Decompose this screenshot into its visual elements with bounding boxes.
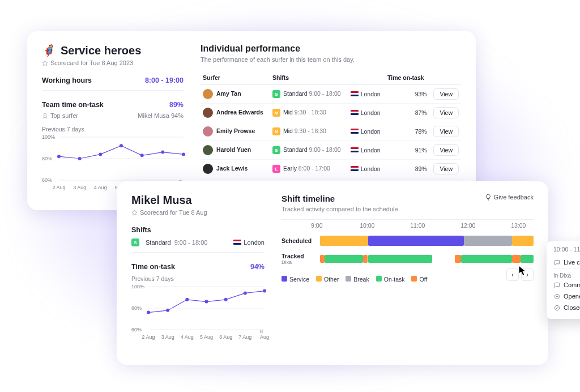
avatar [203,89,213,99]
shift-badge: S [131,238,139,246]
surfer-scorecard-card: Mikel Musa Scorecard for Tue 8 Aug Shift… [117,181,548,365]
avatar [203,108,213,118]
legend-item: On-task [376,276,405,283]
svg-point-16 [147,311,150,314]
svg-point-24 [555,305,559,310]
popover-stat-row: Closed 8 [553,302,580,313]
medal-icon [42,113,48,119]
prev7-label: Previous 7 days [42,126,184,133]
closed-icon [553,304,560,311]
legend-item: Service [282,276,309,283]
svg-marker-12 [132,210,137,215]
team-trend-chart: 100%80%60%2 Aug3 Aug4 Aug5 Aug6 Aug7 Aug… [42,137,184,188]
uk-flag-icon [351,147,359,152]
star-icon [131,210,138,216]
uk-flag-icon [351,110,359,115]
uk-flag-icon [351,166,359,171]
activity-popover: 10:00 - 11:17 Live chat ⚡ In Dixa ✓ On-t… [547,241,580,319]
comments-icon [553,282,560,288]
scorecard-date: Scorecard for Tue 8 Aug 2023 [42,59,184,66]
bulb-icon [485,194,492,201]
opened-icon [553,293,560,300]
popover-stat-row: Comments 24 [553,279,580,291]
working-hours-label: Working hours [42,76,92,84]
avatar [203,126,213,137]
scheduled-bar [320,236,534,246]
svg-marker-0 [42,60,48,65]
table-row[interactable]: Harold Yuen SStandard 9:00 - 18:00 Londo… [201,141,461,160]
svg-point-6 [78,157,82,160]
table-row[interactable]: Jack Lewis EEarly 8:00 - 17:00 London 89… [201,160,461,178]
hero-emoji: 🦸 [42,44,56,57]
svg-point-17 [166,309,169,312]
team-time-label: Team time on-task [42,101,104,109]
shift-badge: S [272,90,280,98]
popover-time-range: 10:00 - 11:17 [553,246,580,253]
time-on-task-label: Time on-task [131,263,175,271]
team-time-value: 89% [169,101,184,109]
table-row[interactable]: Emily Prowse MMid 9:30 - 18:30 London 78… [201,122,461,141]
svg-point-21 [244,291,247,295]
top-surfer-value: Mikel Musa 94% [138,112,184,119]
star-icon [42,60,48,66]
surfer-scorecard-date: Scorecard for Tue 8 Aug [131,209,265,216]
svg-point-18 [185,298,189,301]
chat-icon [553,259,560,266]
uk-flag-icon [351,91,359,96]
working-hours-value: 8:00 - 19:00 [145,76,184,84]
table-row[interactable]: Amy Tan SStandard 9:00 - 18:00 London 93… [201,85,461,104]
tracked-label: Tracked Dixa [282,253,320,265]
surfer-table: Surfer Shifts Time on-task Amy Tan SStan… [201,71,461,197]
timeline-desc: Tracked activity compared to the schedul… [282,206,534,212]
individual-perf-title: Individual performance [201,44,461,54]
uk-flag-icon [233,240,241,245]
svg-point-20 [224,298,228,301]
shift-badge: M [272,127,280,135]
view-button[interactable]: View [433,126,459,137]
uk-flag-icon [351,129,359,134]
view-button[interactable]: View [433,163,459,174]
popover-stat-row: Opened 12 [553,291,580,302]
give-feedback-button[interactable]: Give feedback [485,194,534,201]
svg-point-10 [161,151,164,154]
prev7-label2: Previous 7 days [131,275,265,282]
scheduled-label: Scheduled [282,237,320,244]
svg-point-5 [57,155,61,158]
shift-badge: M [272,109,280,117]
view-button[interactable]: View [433,88,459,100]
shift-badge: S [272,146,280,154]
svg-point-22 [263,289,266,293]
view-button[interactable]: View [433,107,459,118]
svg-point-7 [99,152,102,156]
team-card-title: 🦸 Service heroes [42,44,184,57]
surfer-trend-chart: 100%80%60%2 Aug3 Aug4 Aug5 Aug6 Aug7 Aug… [131,287,265,338]
view-button[interactable]: View [433,144,459,156]
table-row[interactable]: Andrea Edwards MMid 9:30 - 18:30 London … [201,104,461,122]
avatar [203,164,213,174]
shift-badge: E [272,165,280,173]
tracked-bar[interactable] [320,254,534,264]
svg-point-11 [182,152,185,156]
legend-item: Break [346,276,369,283]
individual-perf-desc: The performance of each surfer in this t… [201,56,461,63]
legend-item: Other [316,276,339,283]
svg-point-8 [120,144,123,147]
svg-point-1 [44,113,46,116]
surfer-name: Mikel Musa [131,194,265,207]
svg-point-9 [140,154,144,157]
timeline-prev-button[interactable]: ‹ [506,269,519,281]
svg-point-19 [205,300,208,304]
shifts-label: Shifts [131,226,151,234]
avatar [203,145,213,155]
time-on-task-value: 94% [250,263,265,271]
legend-item: Off [411,276,427,283]
timeline-next-button[interactable]: › [521,269,534,281]
